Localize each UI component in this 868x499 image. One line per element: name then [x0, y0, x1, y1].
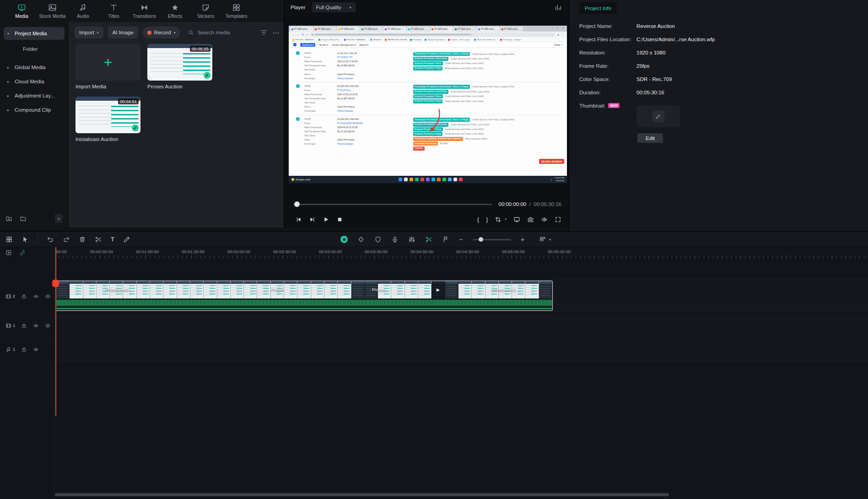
tab-media[interactable]: Media	[6, 1, 37, 21]
video-preview[interactable]: – □ × PT SER eprocPT SER eprocPT SER epr…	[289, 26, 567, 183]
speaker-icon[interactable]	[541, 216, 548, 223]
record-button[interactable]: Record ▾	[143, 27, 180, 38]
clip-thumbnail	[351, 281, 365, 298]
zoom-in-button[interactable]: +	[521, 236, 525, 243]
tab-effects[interactable]: Effects	[160, 1, 190, 21]
marker-button[interactable]	[442, 236, 449, 243]
sidebar-item-project-media[interactable]: ▾ Project Media	[4, 27, 65, 40]
sidebar-item-compound-clip[interactable]: ▸ Compound Clip	[4, 103, 65, 116]
undo-button[interactable]	[47, 236, 54, 243]
media-thumbnail[interactable]: 00:05:55 ✓	[147, 44, 212, 81]
chevron-down-icon: ▾	[350, 5, 351, 10]
thumbnail-preview-box[interactable]	[636, 105, 680, 127]
timeline-clip-proses-auction[interactable]: Proses Aucti... Proses Proses Proses Auc…	[56, 281, 553, 311]
lock-icon[interactable]	[21, 293, 27, 299]
folder-icon[interactable]	[20, 215, 27, 222]
more-icon[interactable]: ⋯	[272, 29, 279, 37]
tab-transitions[interactable]: Transitions	[129, 1, 160, 21]
tab-stickers[interactable]: Stickers	[190, 1, 221, 21]
import-button[interactable]: Import ▾	[75, 27, 103, 38]
redo-button[interactable]	[63, 236, 70, 243]
tab-templates[interactable]: Templates	[221, 1, 252, 21]
tab-audio[interactable]: Audio	[68, 1, 98, 21]
link-icon[interactable]	[19, 250, 26, 256]
folder-add-icon[interactable]	[5, 215, 12, 222]
next-frame-button[interactable]	[309, 216, 316, 223]
track-manager-button[interactable]	[539, 236, 546, 243]
mark-out-icon[interactable]: }	[486, 216, 488, 223]
field-value: 22.233.333-1.444.444	[337, 117, 359, 121]
keyframe-button[interactable]	[357, 236, 365, 243]
zoom-out-button[interactable]: −	[459, 236, 463, 243]
playhead-handle[interactable]	[52, 280, 59, 287]
edit-button[interactable]: Edit	[637, 133, 663, 143]
audio-meter-icon[interactable]	[555, 4, 562, 11]
previous-frame-button[interactable]	[295, 216, 302, 223]
fullscreen-icon[interactable]	[555, 216, 561, 223]
timeline-ruler[interactable]: 00:0000:00:30:0000:01:00:0000:01:30:0000…	[54, 247, 868, 259]
zoom-slider-knob[interactable]	[479, 237, 483, 242]
snapshot-icon[interactable]	[527, 216, 534, 223]
seek-bar[interactable]	[293, 204, 492, 205]
video-track-1-lane[interactable]	[54, 315, 868, 338]
search-input[interactable]	[197, 29, 246, 36]
bookmark-favicon-icon	[410, 39, 412, 41]
eye-icon[interactable]	[45, 293, 51, 299]
voiceover-button[interactable]	[391, 236, 399, 243]
crop-icon[interactable]	[495, 216, 501, 223]
sidebar-item-folder[interactable]: Folder	[4, 43, 65, 55]
audio-track-1-lane[interactable]	[54, 340, 868, 362]
play-button[interactable]	[323, 216, 329, 223]
ruler-time-label: 00:05:00:00	[502, 249, 525, 254]
bookmark-favicon-icon	[344, 39, 346, 41]
sidebar-item-label: Cloud Media	[15, 79, 44, 84]
mask-button[interactable]	[374, 236, 382, 243]
horizontal-scrollbar[interactable]	[55, 493, 669, 496]
add-marker-icon[interactable]	[5, 250, 12, 256]
media-thumbnail[interactable]: 00:04:51 ✓	[75, 97, 140, 133]
chevron-down-icon[interactable]: ▾	[505, 217, 507, 221]
collapse-panel-button[interactable]: «	[55, 214, 63, 223]
eye-icon[interactable]	[45, 323, 51, 329]
mark-in-icon[interactable]: {	[477, 216, 479, 223]
tab-stock-media[interactable]: Stock Media	[37, 1, 68, 21]
chevron-down-icon[interactable]: ▾	[549, 238, 551, 242]
sidebar-item-global-media[interactable]: ▸ Global Media	[4, 61, 65, 74]
stop-button[interactable]	[336, 216, 343, 223]
speaker-icon[interactable]	[33, 347, 39, 353]
process-button: Evaluasi Penawaran Teknis	[413, 61, 443, 65]
mute-icon[interactable]	[33, 293, 39, 299]
trim-button[interactable]	[95, 236, 102, 243]
system-tray: ∧ 1:30:52 PM 10/3/2024	[551, 177, 565, 182]
import-media-tile[interactable]: +	[75, 44, 140, 81]
speaker-icon[interactable]	[33, 323, 39, 329]
audio-mixer-button[interactable]	[408, 236, 415, 243]
render-preview-button[interactable]	[340, 236, 348, 243]
media-browser-icon[interactable]	[5, 236, 13, 243]
display-icon[interactable]	[513, 216, 520, 223]
bookmark-item: Drive Saya - Google...	[500, 38, 523, 41]
film-icon	[5, 293, 11, 299]
edit-tool-button[interactable]	[123, 236, 130, 243]
text-tool-button[interactable]: T	[111, 236, 114, 243]
thumbnail-edit-button[interactable]	[652, 110, 664, 122]
track-number: 1	[13, 323, 15, 328]
player-title: Player	[291, 5, 306, 10]
playhead[interactable]	[55, 247, 56, 416]
lock-icon[interactable]	[21, 347, 27, 353]
filter-icon[interactable]	[260, 29, 268, 37]
sidebar-item-adjustment-layer[interactable]: ▸ Adjustment Lay...	[4, 89, 65, 102]
media-library: Import ▾ AI Image Record ▾ ⋯	[69, 22, 284, 228]
select-tool-icon[interactable]	[22, 236, 29, 243]
tab-project-info[interactable]: Project Info	[579, 2, 617, 14]
quality-select[interactable]: Full Quality ▾	[312, 2, 356, 12]
ai-image-button[interactable]: AI Image	[108, 27, 138, 38]
tab-titles[interactable]: Titles	[98, 1, 129, 21]
lock-icon[interactable]	[21, 323, 27, 329]
seek-knob[interactable]	[294, 201, 300, 207]
process-row: Pembukaan Penawaran (Administrasi, Tekni…	[413, 85, 561, 89]
sidebar-item-cloud-media[interactable]: ▸ Cloud Media	[4, 75, 65, 88]
zoom-slider[interactable]	[473, 239, 511, 240]
delete-button[interactable]	[79, 236, 86, 243]
split-button[interactable]	[425, 236, 432, 243]
